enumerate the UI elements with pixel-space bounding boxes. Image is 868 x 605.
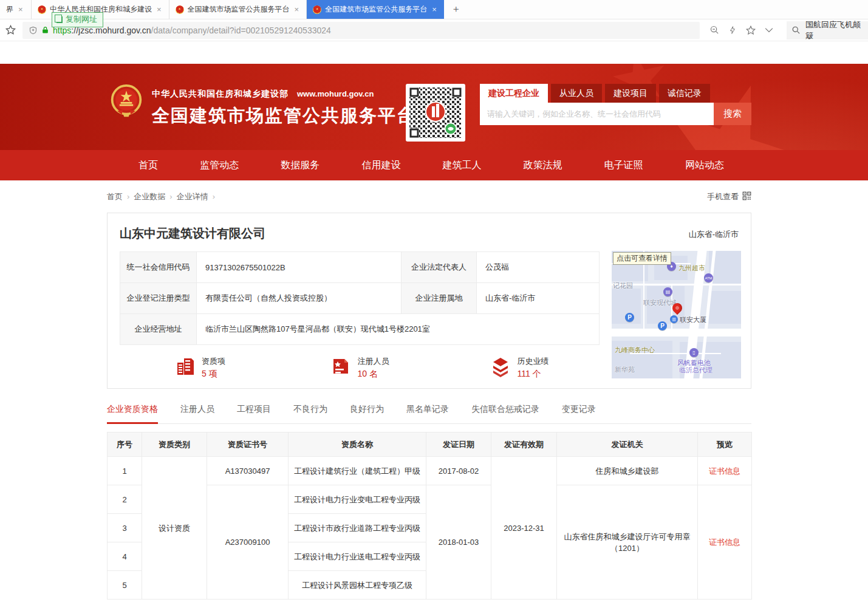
search-tab-personnel[interactable]: 从业人员	[551, 84, 602, 103]
preview-cell: 证书信息	[698, 485, 752, 600]
nav-item-workers[interactable]: 建筑工人	[443, 159, 482, 172]
company-info-table: 统一社会信用代码 91371302675501022B 企业法定代表人 公茂福 …	[120, 251, 600, 345]
stat-qualifications[interactable]: 资质项 5 项	[120, 355, 279, 380]
bookmark-star-icon[interactable]	[5, 24, 16, 36]
national-emblem-icon	[109, 84, 143, 121]
map-poi-lianan-tower: 联安大厦	[680, 315, 706, 324]
stat-history-performance[interactable]: 历史业绩 111 个	[439, 355, 599, 380]
breadcrumb-home[interactable]: 首页	[107, 191, 123, 202]
nav-item-supervision[interactable]: 监管动态	[200, 159, 239, 172]
map-poi-supermarket: 九州超市	[678, 264, 705, 273]
certificate-info-link[interactable]: 证书信息	[709, 467, 740, 476]
site-logo-block[interactable]: 中华人民共和国住房和城乡建设部www.mohurd.gov.cn 全国建筑市场监…	[109, 84, 415, 128]
field-label: 企业登记注册类型	[120, 283, 197, 314]
close-icon[interactable]: ×	[431, 5, 438, 14]
close-icon[interactable]: ×	[155, 5, 163, 14]
breadcrumb-company-data[interactable]: 企业数据	[134, 191, 165, 202]
search-button[interactable]: 搜索	[714, 103, 751, 125]
favorite-star-icon[interactable]	[745, 25, 756, 36]
field-label: 企业经营地址	[120, 314, 197, 345]
field-label: 企业注册属地	[402, 283, 477, 314]
table-header-row: 序号 资质类别 资质证书号 资质名称 发证日期 发证有效期 发证机关 预览	[108, 432, 752, 457]
tab-good-behavior[interactable]: 良好行为	[350, 404, 384, 423]
nav-item-home[interactable]: 首页	[138, 159, 158, 172]
tab-bad-behavior[interactable]: 不良行为	[293, 404, 327, 423]
nav-item-license[interactable]: 电子证照	[604, 159, 643, 172]
search-icon	[791, 26, 801, 35]
tab-dishonesty-records[interactable]: 失信联合惩戒记录	[471, 404, 539, 423]
close-icon[interactable]: ×	[293, 5, 301, 14]
personnel-badge-icon	[330, 355, 352, 380]
quick-search-text: 国航回应飞机颠簸	[805, 19, 863, 41]
valid-until-cell: 2023-12-31	[491, 457, 557, 600]
nav-item-data-service[interactable]: 数据服务	[281, 159, 320, 172]
issue-date-cell: 2017-08-02	[426, 457, 491, 485]
search-tab-project[interactable]: 建设项目	[605, 84, 656, 103]
map-poi-battery-2: 临沂总代理	[679, 366, 713, 375]
col-header-seq: 序号	[108, 432, 142, 457]
seq-cell: 2	[108, 485, 142, 514]
certificate-info-link[interactable]: 证书信息	[709, 538, 740, 547]
col-header-authority: 发证机关	[557, 432, 698, 457]
nav-item-news[interactable]: 网站动态	[685, 159, 724, 172]
browser-tab-jzsc-1[interactable]: 全国建筑市场监管公共服务平台 ×	[169, 0, 307, 19]
stat-value: 10 名	[358, 369, 389, 380]
mobile-view-link[interactable]: 手机查看	[707, 191, 751, 202]
tab-blacklist[interactable]: 黑名单记录	[406, 404, 449, 423]
search-tab-credit[interactable]: 诚信记录	[659, 84, 710, 103]
preview-cell: 证书信息	[698, 457, 752, 485]
url-actions	[700, 25, 782, 36]
qual-name-cell: 工程设计建筑行业（建筑工程）甲级	[289, 457, 426, 485]
qual-name-cell: 工程设计风景园林工程专项乙级	[289, 571, 426, 600]
qr-code-icon	[742, 191, 751, 202]
stat-value: 5 项	[202, 369, 225, 380]
stat-registered-personnel[interactable]: 注册人员 10 名	[279, 355, 439, 380]
breadcrumb-company-detail[interactable]: 企业详情	[177, 191, 208, 202]
tab-change-records[interactable]: 变更记录	[562, 404, 596, 423]
zoom-out-icon[interactable]	[709, 25, 720, 35]
new-tab-button[interactable]: ＋	[444, 0, 468, 19]
header-qr-code	[406, 84, 465, 142]
search-category-tabs: 建设工程企业 从业人员 建设项目 诚信记录	[480, 84, 751, 103]
breadcrumb-row: 首页 › 企业数据 › 企业详情 › 手机查看	[107, 180, 751, 213]
map-tooltip: 点击可查看详情	[613, 252, 671, 265]
site-header: 中华人民共和国住房和城乡建设部www.mohurd.gov.cn 全国建筑市场监…	[0, 64, 868, 150]
col-header-preview: 预览	[698, 432, 752, 457]
table-row: 企业经营地址 临沂市兰山区陶然路107号星河晶都（联安）现代城1号楼2201室	[120, 314, 600, 345]
tab-registered-personnel[interactable]: 注册人员	[180, 404, 214, 423]
shield-icon[interactable]	[29, 26, 38, 35]
address-field[interactable]: https://jzsc.mohurd.gov.cn/data/company/…	[22, 22, 700, 39]
company-stats: 资质项 5 项 注册人员 10 名 历史业绩 111 个	[120, 355, 599, 380]
detail-tabs: 企业资质资格 注册人员 工程项目 不良行为 良好行为 黑名单记录 失信联合惩戒记…	[107, 404, 751, 424]
quick-search-box[interactable]: 国航回应飞机颠簸	[787, 21, 868, 39]
lightning-icon[interactable]	[728, 25, 737, 35]
primary-nav: 首页 监管动态 数据服务 信用建设 建筑工人 政策法规 电子证照 网站动态	[0, 150, 868, 180]
tab-projects[interactable]: 工程项目	[237, 404, 271, 423]
close-icon[interactable]: ×	[17, 5, 24, 14]
tab-title: 全国建筑市场监管公共服务平台	[188, 4, 290, 15]
browser-tab-jzsc-active[interactable]: 全国建筑市场监管公共服务平台 ×	[307, 0, 444, 19]
parking-icon: P	[625, 313, 634, 322]
company-region: 山东省-临沂市	[689, 229, 739, 240]
copy-url-tooltip-text: 复制网址	[66, 14, 97, 25]
url-path: /data/company/detail?id=0021052912405330…	[151, 26, 331, 35]
nav-item-policy[interactable]: 政策法规	[524, 159, 562, 172]
emblem-favicon-icon	[313, 5, 321, 14]
breadcrumb: 首页 › 企业数据 › 企业详情 ›	[107, 191, 215, 202]
chevron-down-icon[interactable]	[765, 27, 773, 33]
header-search-block: 建设工程企业 从业人员 建设项目 诚信记录 搜索	[480, 84, 751, 125]
company-location-map[interactable]: ♦ 九州超市 ATM 记花园 ▤ 联安现代城 ▥ 联安大厦 P P 九峰商务中心…	[612, 251, 741, 378]
map-poi-lianan-city: 联安现代城	[643, 298, 677, 307]
atm-marker-icon: ATM	[704, 273, 713, 282]
registration-type-value: 有限责任公司（自然人投资或控股）	[197, 283, 402, 314]
browser-tab-partial[interactable]: 界 ×	[0, 0, 32, 19]
ministry-name: 中华人民共和国住房和城乡建设部	[152, 89, 289, 98]
stat-label: 资质项	[202, 356, 225, 367]
category-cell: 设计资质	[142, 457, 207, 600]
keyword-search-input[interactable]	[480, 103, 714, 125]
search-tab-enterprise[interactable]: 建设工程企业	[480, 84, 548, 103]
nav-item-credit[interactable]: 信用建设	[361, 159, 400, 172]
copy-url-tooltip: 复制网址	[52, 12, 103, 27]
tab-qualifications[interactable]: 企业资质资格	[107, 404, 158, 424]
emblem-favicon-icon	[176, 5, 184, 14]
